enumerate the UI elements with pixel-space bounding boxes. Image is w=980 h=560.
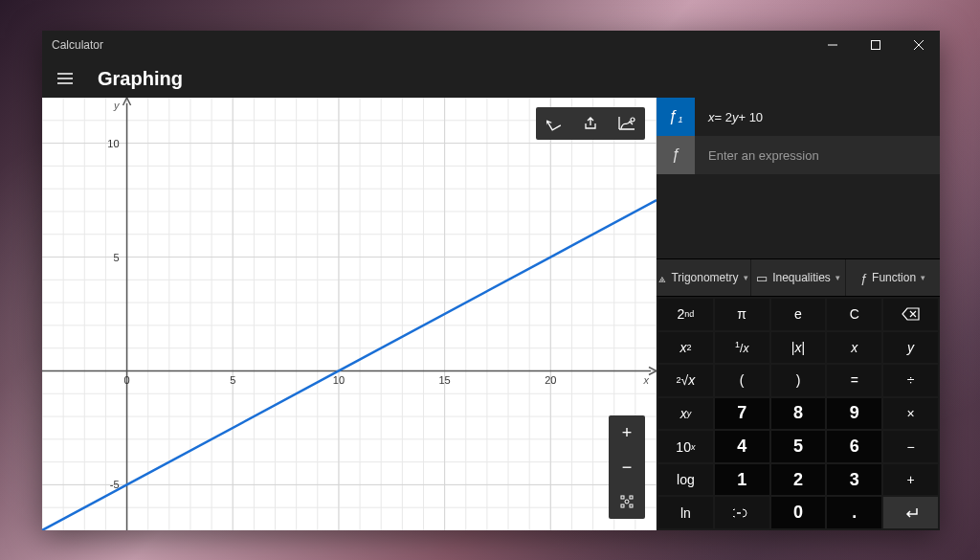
window-controls: [811, 31, 940, 59]
key-5[interactable]: 5: [771, 431, 826, 462]
close-button[interactable]: [897, 31, 940, 59]
key-6[interactable]: 6: [827, 431, 881, 462]
expression-row-new[interactable]: ƒ Enter an expression: [657, 136, 940, 174]
key-[interactable]: [883, 299, 938, 330]
key-xy[interactable]: xy: [658, 398, 713, 430]
svg-text:10: 10: [333, 374, 345, 386]
zoom-in-button[interactable]: +: [609, 415, 645, 450]
titlebar: Calculator: [42, 31, 940, 59]
key-2[interactable]: 2: [771, 464, 826, 496]
key-3[interactable]: 3: [827, 464, 881, 496]
svg-text:y: y: [113, 100, 121, 111]
trace-button[interactable]: [536, 107, 572, 140]
key-9[interactable]: 9: [827, 398, 881, 430]
key-[interactable]: ÷: [883, 365, 938, 396]
svg-text:20: 20: [545, 374, 556, 386]
expression-row-1[interactable]: ƒ1 x = 2y + 10: [657, 98, 940, 136]
side-pane: ƒ1 x = 2y + 10 ƒ Enter an expression ⟁ T…: [657, 98, 940, 530]
zoom-controls: + −: [609, 415, 645, 519]
expression-placeholder[interactable]: Enter an expression: [695, 136, 940, 174]
graph-options-button[interactable]: [609, 107, 645, 140]
key-y[interactable]: y: [883, 332, 938, 364]
key-log[interactable]: log: [658, 464, 713, 496]
header: Graphing: [42, 59, 940, 98]
key-2nd[interactable]: 2nd: [658, 299, 713, 330]
svg-text:x: x: [643, 374, 650, 386]
key-c[interactable]: C: [827, 299, 881, 330]
keypad: 2ndπeCx21/x|x|xy2√x()=÷xy789×10x456−log1…: [657, 297, 940, 530]
key-0[interactable]: 0: [771, 497, 826, 528]
chevron-down-icon: ▾: [921, 273, 925, 282]
maximize-button[interactable]: [854, 31, 897, 59]
expression-list: ƒ1 x = 2y + 10 ƒ Enter an expression: [657, 98, 940, 174]
key-[interactable]: (: [715, 365, 769, 396]
key-[interactable]: +: [883, 464, 938, 496]
minimize-button[interactable]: [811, 31, 854, 59]
category-row: ⟁ Trigonometry ▾ ▭ Inequalities ▾ ƒ Func…: [657, 258, 940, 297]
svg-text:5: 5: [113, 252, 119, 263]
key-2x[interactable]: 2√x: [658, 365, 713, 396]
key-[interactable]: ): [771, 365, 826, 396]
function-dropdown[interactable]: ƒ Function ▾: [846, 259, 940, 296]
inequalities-dropdown[interactable]: ▭ Inequalities ▾: [751, 259, 846, 296]
key-x2[interactable]: x2: [658, 332, 713, 364]
svg-point-73: [631, 118, 635, 122]
svg-point-78: [625, 500, 629, 504]
expression-badge-1[interactable]: ƒ1: [657, 98, 695, 136]
key-x[interactable]: |x|: [771, 332, 826, 364]
content: 05101520-5510xy + −: [42, 98, 940, 530]
svg-rect-75: [630, 496, 633, 499]
graph-pane[interactable]: 05101520-5510xy + −: [42, 98, 657, 530]
key-[interactable]: ×: [883, 398, 938, 430]
key-10x[interactable]: 10x: [658, 431, 713, 462]
chevron-down-icon: ▾: [744, 273, 748, 282]
key-[interactable]: −: [883, 431, 938, 462]
svg-rect-77: [630, 504, 633, 507]
calculator-window: Calculator Graphing 05101520-5510xy: [42, 31, 940, 530]
key-x[interactable]: x: [827, 332, 881, 364]
zoom-out-button[interactable]: −: [609, 450, 645, 484]
expression-badge-new[interactable]: ƒ: [657, 136, 695, 174]
svg-rect-76: [621, 504, 624, 507]
key-e[interactable]: e: [771, 299, 826, 330]
share-button[interactable]: [572, 107, 609, 140]
svg-text:15: 15: [438, 374, 450, 386]
menu-button[interactable]: [46, 59, 84, 98]
zoom-reset-button[interactable]: [609, 484, 645, 519]
svg-text:0: 0: [123, 374, 129, 386]
key-ln[interactable]: ln: [658, 497, 713, 528]
chevron-down-icon: ▾: [835, 273, 840, 282]
key-[interactable]: π: [715, 299, 769, 330]
expression-text-1[interactable]: x = 2y + 10: [695, 98, 940, 136]
key-1x[interactable]: 1/x: [715, 332, 769, 364]
inequality-icon: ▭: [756, 271, 768, 285]
svg-text:10: 10: [107, 138, 119, 149]
function-icon: ƒ: [860, 271, 867, 285]
trigonometry-dropdown[interactable]: ⟁ Trigonometry ▾: [657, 259, 751, 296]
key-[interactable]: .: [827, 497, 881, 528]
graph-canvas[interactable]: 05101520-5510xy: [42, 98, 657, 530]
graph-toolbar: [536, 107, 645, 140]
window-title: Calculator: [52, 38, 103, 52]
key-7[interactable]: 7: [715, 398, 769, 430]
key-[interactable]: [715, 497, 769, 528]
svg-text:5: 5: [230, 374, 235, 386]
mode-title: Graphing: [98, 68, 183, 90]
key-[interactable]: [883, 497, 938, 528]
key-1[interactable]: 1: [715, 464, 769, 496]
key-4[interactable]: 4: [715, 431, 769, 462]
key-[interactable]: =: [827, 365, 881, 396]
svg-rect-0: [871, 41, 880, 50]
svg-rect-74: [621, 496, 624, 499]
angle-icon: ⟁: [658, 271, 666, 285]
key-8[interactable]: 8: [771, 398, 826, 430]
